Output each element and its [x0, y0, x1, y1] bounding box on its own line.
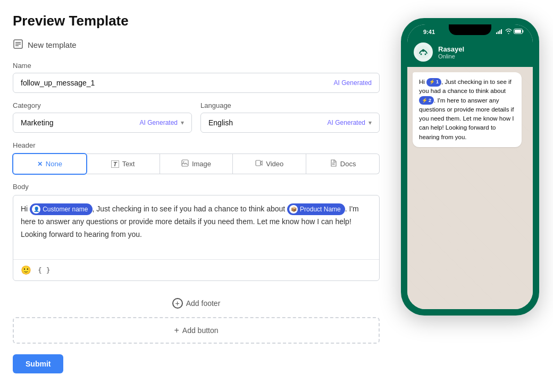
wifi-icon: [505, 29, 512, 35]
rasayel-avatar: [414, 42, 433, 62]
plus-circle-icon: +: [172, 298, 183, 309]
language-chevron-icon: ▾: [368, 119, 372, 126]
add-button-row[interactable]: + Add button: [13, 317, 380, 344]
status-icons: [496, 29, 524, 35]
phone-inner: 9:41 Rasayel: [407, 24, 533, 309]
image-icon: [181, 159, 189, 168]
rasayel-name: Rasayel: [438, 45, 464, 53]
phone-header: Rasayel Online: [407, 38, 533, 67]
svg-point-5: [183, 161, 184, 163]
header-none-button[interactable]: ✕ None: [12, 153, 87, 175]
customer-name-chip[interactable]: 👤Customer name: [30, 203, 92, 215]
svg-rect-15: [417, 46, 430, 58]
docs-icon: [330, 159, 337, 168]
svg-rect-9: [496, 32, 497, 34]
lightning-icon-1: ⚡: [429, 79, 435, 86]
header-text-button[interactable]: T Text: [87, 154, 160, 174]
body-field-group: Body Hi 👤Customer name, Just checking in…: [13, 183, 380, 281]
language-field-group: Language English AI Generated ▾: [200, 101, 380, 133]
svg-rect-12: [501, 29, 502, 34]
rasayel-status: Online: [438, 53, 464, 59]
phone-mockup: 9:41 Rasayel: [401, 18, 539, 316]
right-panel: 9:41 Rasayel: [401, 13, 539, 373]
category-ai-badge: AI Generated: [140, 119, 178, 126]
chat-bubble: Hi ⚡1, Just checking in to see if you ha…: [413, 72, 522, 147]
text-t-icon: T: [111, 160, 119, 168]
page-title: Preview Template: [13, 13, 380, 29]
svg-point-16: [422, 49, 425, 52]
template-name-row: New template: [13, 39, 380, 51]
header-options: ✕ None T Text Image Video: [13, 154, 380, 174]
svg-rect-11: [499, 30, 500, 34]
category-field-group: Category Marketing AI Generated ▾: [13, 101, 192, 133]
add-button-plus-icon: +: [174, 326, 179, 335]
svg-rect-6: [256, 160, 261, 166]
header-label: Header: [13, 141, 380, 149]
header-docs-button[interactable]: Docs: [306, 154, 380, 174]
name-ai-badge: AI Generated: [334, 79, 372, 87]
add-footer-button[interactable]: + Add footer: [13, 289, 380, 317]
lightning-icon-2: ⚡: [422, 97, 428, 105]
name-input-value: follow_up_message_1: [21, 79, 95, 87]
name-input[interactable]: follow_up_message_1 AI Generated: [13, 73, 380, 93]
name-field-group: Name follow_up_message_1 AI Generated: [13, 62, 380, 93]
body-prefix: Hi: [21, 204, 30, 213]
customer-name-label: Customer name: [43, 204, 88, 215]
image-label: Image: [192, 160, 211, 168]
category-chevron-icon: ▾: [181, 119, 184, 126]
chat-prefix: Hi: [419, 79, 426, 85]
header-image-button[interactable]: Image: [160, 154, 233, 174]
product-name-chip[interactable]: 📦Product Name: [287, 203, 345, 215]
left-panel: Preview Template New template Name follo…: [13, 13, 380, 373]
rasayel-info: Rasayel Online: [438, 45, 464, 59]
battery-icon: [514, 29, 524, 35]
submit-button[interactable]: Submit: [13, 354, 63, 373]
phone-chat-area: Hi ⚡1, Just checking in to see if you ha…: [407, 67, 533, 309]
category-value: Marketing: [21, 118, 53, 127]
body-mid1: , Just checking in to see if you had a c…: [93, 204, 288, 213]
add-button-label: Add button: [182, 326, 219, 335]
language-label: Language: [200, 101, 380, 109]
svg-point-17: [421, 54, 422, 55]
body-editor-container[interactable]: Hi 👤Customer name, Just checking in to s…: [13, 195, 380, 281]
header-field-group: Header ✕ None T Text Image Video: [13, 141, 380, 174]
body-editor[interactable]: Hi 👤Customer name, Just checking in to s…: [13, 195, 379, 259]
header-video-button[interactable]: Video: [233, 154, 306, 174]
language-ai-badge: AI Generated: [328, 119, 365, 126]
body-toolbar: 🙂 { }: [13, 259, 379, 280]
category-language-row: Category Marketing AI Generated ▾ Langua…: [13, 101, 380, 133]
signal-icon: [496, 29, 504, 35]
svg-rect-14: [515, 30, 521, 33]
variable-icon[interactable]: { }: [38, 266, 50, 274]
docs-label: Docs: [340, 160, 356, 168]
chat-var-badge-2: ⚡2: [419, 96, 434, 105]
none-icon: ✕: [37, 160, 43, 168]
language-value: English: [208, 118, 233, 127]
product-name-label: Product Name: [300, 204, 341, 215]
name-label: Name: [13, 62, 380, 70]
chat-var-badge-1: ⚡1: [426, 78, 441, 87]
video-label: Video: [266, 160, 283, 168]
phone-time: 9:41: [423, 29, 435, 35]
text-label: Text: [122, 160, 135, 168]
video-icon: [255, 159, 263, 168]
svg-rect-10: [498, 31, 499, 34]
none-label: None: [46, 160, 62, 168]
phone-notch: [449, 24, 491, 35]
category-label: Category: [13, 101, 192, 109]
body-text: Hi 👤Customer name, Just checking in to s…: [21, 203, 372, 241]
body-label: Body: [13, 183, 380, 191]
template-name-label: New template: [28, 40, 77, 49]
svg-point-18: [425, 54, 426, 55]
chip-icon-1: 👤: [32, 205, 40, 214]
add-footer-label: Add footer: [186, 299, 221, 308]
emoji-icon[interactable]: 🙂: [21, 265, 31, 275]
language-select[interactable]: English AI Generated ▾: [200, 113, 380, 133]
template-icon: [13, 39, 23, 51]
category-select[interactable]: Marketing AI Generated ▾: [13, 113, 192, 133]
chip-icon-2: 📦: [289, 205, 298, 214]
chat-suffix: . I'm here to answer any questions or pr…: [419, 97, 514, 140]
